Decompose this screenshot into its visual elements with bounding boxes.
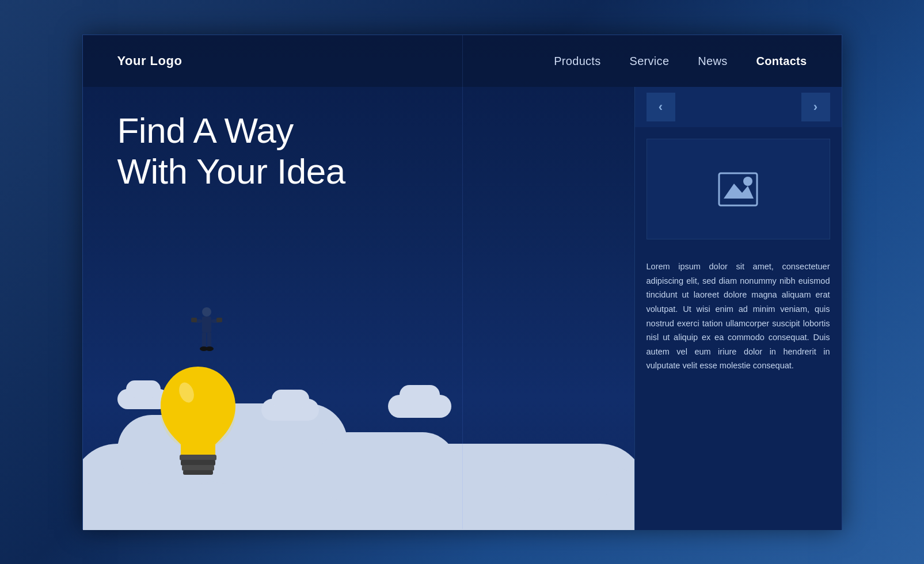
svg-rect-15 — [183, 470, 213, 475]
svg-point-9 — [206, 346, 214, 351]
hero-section: Find A Way With Your Idea — [83, 87, 634, 530]
cloud-bottom-extra — [256, 467, 634, 530]
svg-rect-4 — [191, 318, 197, 322]
logo: Your Logo — [117, 54, 182, 68]
nav-link-news[interactable]: News — [698, 55, 727, 67]
prev-button[interactable]: ‹ — [647, 93, 675, 121]
nav-link-products[interactable]: Products — [554, 55, 600, 67]
bulb-svg — [158, 361, 238, 476]
svg-rect-14 — [182, 465, 214, 471]
image-placeholder-icon — [718, 172, 758, 207]
nav-item-news[interactable]: News — [698, 55, 727, 68]
sidebar-image — [647, 139, 830, 239]
cloud-small-3 — [388, 395, 451, 418]
nav-link-contacts[interactable]: Contacts — [756, 55, 807, 67]
svg-point-18 — [743, 177, 752, 186]
svg-rect-7 — [207, 332, 211, 348]
illustration — [83, 288, 634, 530]
main-content: Find A Way With Your Idea — [83, 87, 842, 530]
nav-item-contacts[interactable]: Contacts — [756, 55, 807, 68]
nav-link-service[interactable]: Service — [630, 55, 670, 67]
nav-item-service[interactable]: Service — [630, 55, 670, 68]
svg-rect-12 — [180, 455, 216, 460]
svg-rect-5 — [216, 318, 222, 322]
navigation: Your Logo Products Service News Contacts — [83, 35, 842, 87]
lightbulb-container — [158, 361, 238, 478]
cloud-small-2 — [261, 399, 319, 421]
nav-links: Products Service News Contacts — [554, 55, 807, 68]
sidebar-navigation: ‹ › — [635, 87, 842, 127]
main-frame: Your Logo Products Service News Contacts… — [82, 35, 842, 529]
nav-item-products[interactable]: Products — [554, 55, 600, 68]
svg-rect-6 — [202, 332, 206, 348]
svg-marker-17 — [724, 184, 754, 199]
svg-rect-1 — [202, 317, 211, 333]
svg-point-0 — [202, 307, 211, 317]
next-button[interactable]: › — [801, 93, 830, 121]
hero-title: Find A Way With Your Idea — [117, 110, 345, 192]
sidebar-description: Lorem ipsum dolor sit amet, consectetuer… — [635, 251, 842, 382]
person-svg — [189, 303, 224, 361]
hero-heading: Find A Way With Your Idea — [117, 110, 345, 192]
svg-rect-13 — [181, 460, 215, 466]
right-sidebar: ‹ › Lorem ipsum dolor sit amet, consecte… — [634, 87, 842, 530]
